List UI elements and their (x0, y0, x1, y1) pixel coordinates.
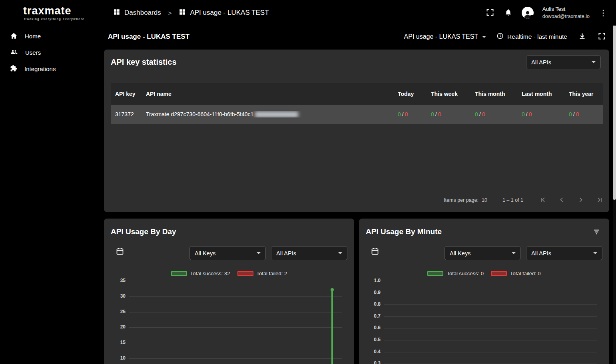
breadcrumb-dashboards[interactable]: Dashboards (113, 8, 161, 18)
date-range-button[interactable] (371, 247, 379, 257)
gridline (384, 328, 597, 328)
column-header: This month (475, 91, 522, 97)
y-tick-label: 15 (110, 340, 126, 345)
api-filter-select[interactable]: All APIs (526, 246, 602, 260)
scrollbar-thumb[interactable] (613, 25, 616, 200)
gridline (384, 293, 597, 293)
chart-legend: Total success: 32 Total failed: 2 (104, 271, 354, 276)
gridline (129, 296, 342, 297)
y-tick-label: 0.3 (365, 360, 381, 364)
y-tick-label: 0.6 (365, 325, 381, 330)
last-month-cell: 0/0 (522, 111, 569, 117)
y-tick-label: 10 (110, 355, 126, 361)
gridline (384, 340, 597, 340)
calendar-icon (116, 251, 124, 257)
realtime-selector[interactable]: Realtime - last minute (496, 32, 567, 41)
failed-swatch (491, 271, 507, 276)
sidebar-item-integrations[interactable]: Integrations (0, 61, 100, 77)
sidebar-item-label: Home (25, 33, 41, 40)
gridline (384, 352, 597, 352)
integrations-icon (10, 65, 17, 73)
dashboard-selector[interactable]: API usage - LUKAS TEST (404, 33, 486, 40)
api-filter-select[interactable]: All APIs (271, 246, 347, 260)
y-tick-label: 20 (110, 324, 126, 330)
last-page-button[interactable] (597, 197, 603, 203)
filter-icon (593, 231, 600, 237)
this-year-cell: 0/0 (569, 111, 603, 117)
api-usage-by-minute-card: API Usage By Minute All Keys All APIs (359, 219, 609, 364)
items-per-page-label: Items per page: (444, 197, 478, 203)
sidebar-item-home[interactable]: Home (0, 28, 100, 44)
chevron-down-icon (482, 36, 486, 38)
api-filter-select[interactable]: All APIs (526, 55, 601, 69)
notifications-button[interactable] (504, 8, 513, 18)
date-range-button[interactable] (116, 247, 124, 257)
chevron-down-icon (338, 252, 342, 254)
y-tick-label: 30 (110, 293, 126, 299)
sidebar: traxmate tracking everything everywhere … (0, 0, 100, 364)
dashboard-grid-icon (179, 8, 186, 18)
gridline (129, 312, 342, 312)
gridline (129, 327, 342, 328)
card-title: API Usage By Day (111, 227, 176, 236)
y-tick-label: 0.8 (365, 301, 381, 307)
sidebar-item-label: Users (25, 49, 41, 56)
chevron-left-icon (558, 197, 565, 204)
page-title: API usage - LUKAS TEST (108, 33, 189, 41)
card-fullscreen-button[interactable] (597, 32, 606, 42)
card-title: API Usage By Minute (366, 227, 442, 236)
success-spike (331, 290, 333, 364)
chart-legend: Total success: 0 Total failed: 0 (359, 271, 609, 276)
gridline (129, 343, 342, 343)
first-page-button[interactable] (539, 197, 546, 203)
app-root: traxmate tracking everything everywhere … (0, 0, 616, 364)
keys-filter-select[interactable]: All Keys (445, 246, 521, 260)
first-page-icon (539, 197, 546, 204)
chevron-right-icon (578, 197, 584, 204)
scrollbar-track (613, 25, 616, 364)
gridline (129, 281, 342, 281)
table-row[interactable]: 317372 Traxmate d297c730-6604-11f0-b6fb-… (111, 105, 603, 124)
home-icon (10, 32, 18, 41)
download-button[interactable] (578, 32, 587, 42)
overflow-menu-button[interactable]: ⋮ (598, 7, 608, 18)
column-header: This year (569, 91, 603, 97)
sidebar-item-users[interactable]: Users (0, 44, 100, 61)
y-tick-label: 1.0 (365, 278, 381, 283)
download-icon (578, 32, 586, 41)
y-tick-label: 25 (110, 309, 126, 314)
legend-success: Total success: 0 (427, 271, 484, 276)
api-key-statistics-card: API key statistics All APIs API key API … (104, 50, 609, 212)
keys-filter-select[interactable]: All Keys (189, 246, 266, 260)
items-per-page-select[interactable]: 10 (482, 197, 487, 203)
paginator-range: 1 – 1 of 1 (502, 197, 523, 203)
brand-logo[interactable]: traxmate tracking everything everywhere (0, 0, 100, 21)
y-tick-label: 0.5 (365, 337, 381, 342)
calendar-icon (371, 251, 379, 257)
next-page-button[interactable] (578, 197, 584, 203)
previous-page-button[interactable] (558, 197, 565, 203)
user-info[interactable]: Aulis Test dowoad@traxmate.io (542, 6, 590, 20)
minute-chart-plot: 1.00.90.80.70.60.50.40.3 (384, 281, 597, 364)
fullscreen-icon (598, 32, 606, 41)
users-icon (10, 48, 18, 57)
api-key-table: API key API name Today This week This mo… (111, 83, 603, 124)
page-header-controls: API usage - LUKAS TEST Realtime - last m… (404, 32, 606, 42)
y-tick-label: 0.4 (365, 349, 381, 354)
api-name-cell: Traxmate d297c730-6604-11f0-b6fb-5f40c1 (146, 111, 398, 118)
chevron-down-icon (512, 252, 516, 254)
user-name: Aulis Test (542, 6, 590, 13)
user-avatar[interactable] (522, 7, 534, 19)
main-content: API usage - LUKAS TEST API usage - LUKAS… (100, 26, 613, 364)
page-header: API usage - LUKAS TEST API usage - LUKAS… (108, 30, 606, 44)
topbar-actions: Aulis Test dowoad@traxmate.io ⋮ (485, 6, 616, 20)
column-header: Last month (522, 91, 569, 97)
filter-button[interactable] (593, 228, 600, 237)
column-header: API key (111, 91, 146, 97)
breadcrumb: Dashboards > API usage - LUKAS TEST (113, 8, 269, 18)
brand-tagline: tracking everything everywhere (23, 17, 100, 21)
y-tick-label: 0.7 (365, 313, 381, 319)
sidebar-nav: Home Users Integrations (0, 28, 100, 77)
fullscreen-button[interactable] (485, 8, 495, 18)
column-header: Today (398, 91, 431, 97)
